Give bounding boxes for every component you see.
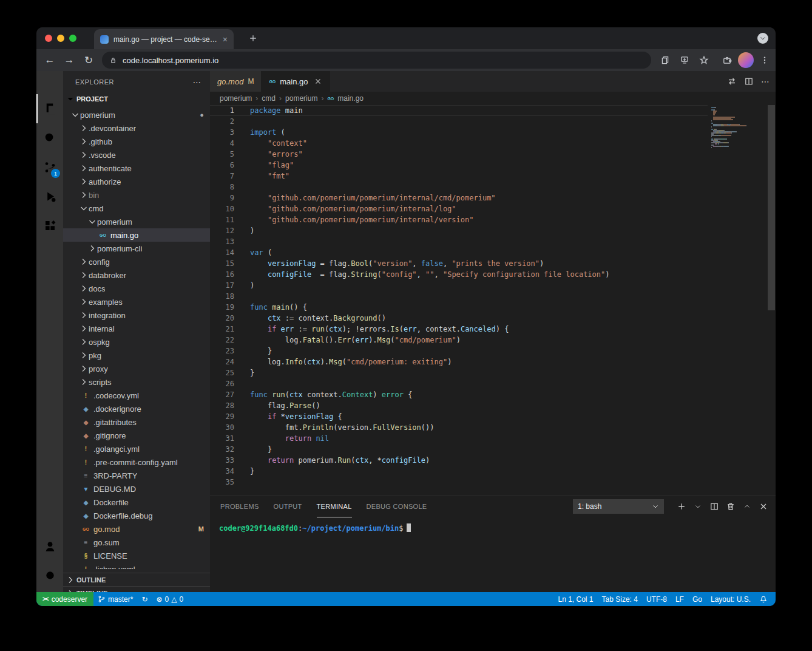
problems-indicator[interactable]: ⊗ 0 △ 0 [152, 592, 188, 606]
tree-item-pkg[interactable]: pkg [63, 349, 210, 362]
reload-button[interactable]: ↻ [80, 52, 97, 69]
close-window-button[interactable] [45, 35, 52, 42]
search-icon[interactable] [36, 123, 63, 152]
code-line-19[interactable]: 19func main() { [210, 302, 708, 313]
sync-button[interactable]: ↻ [137, 592, 152, 606]
code-line-8[interactable]: 8 [210, 182, 708, 193]
status-tab-size[interactable]: Tab Size: 4 [598, 592, 642, 606]
tab-go-mod[interactable]: go.mod M [210, 71, 262, 92]
code-line-18[interactable]: 18 [210, 291, 708, 302]
tree-item-.gitignore[interactable]: ◆.gitignore [63, 429, 210, 442]
tree-item-integration[interactable]: integration [63, 308, 210, 322]
code-line-32[interactable]: 32 } [210, 444, 708, 455]
status-eol[interactable]: LF [671, 592, 688, 606]
browser-menu-icon[interactable] [756, 52, 773, 69]
tree-item-ospkg[interactable]: ospkg [63, 335, 210, 349]
new-terminal-icon[interactable] [675, 500, 688, 513]
code-line-31[interactable]: 31 return nil [210, 433, 708, 444]
new-tab-button[interactable] [245, 30, 261, 46]
close-panel-icon[interactable] [757, 500, 770, 513]
tree-item-.github[interactable]: .github [63, 135, 210, 148]
code-line-12[interactable]: 12) [210, 225, 708, 236]
code-line-7[interactable]: 7 "fmt" [210, 171, 708, 182]
code-line-23[interactable]: 23 } [210, 346, 708, 356]
address-bar[interactable]: code.localhost.pomerium.io [102, 52, 651, 69]
code-line-28[interactable]: 28 flag.Parse() [210, 400, 708, 411]
panel-tab-terminal[interactable]: TERMINAL [317, 496, 352, 517]
scrollbar-thumb[interactable] [768, 105, 775, 310]
tree-item-pomerium[interactable]: pomerium● [63, 108, 210, 121]
code-line-3[interactable]: 3import ( [210, 127, 708, 138]
code-line-34[interactable]: 34} [210, 466, 708, 477]
code-line-2[interactable]: 2 [210, 116, 708, 127]
status-keyboard-layout[interactable]: Layout: U.S. [706, 592, 755, 606]
breadcrumb-item-pomerium[interactable]: pomerium [285, 94, 317, 103]
tree-item-go.sum[interactable]: ≡go.sum [63, 536, 210, 549]
install-app-icon[interactable] [676, 52, 693, 69]
git-branch-item[interactable]: master* [93, 592, 137, 606]
code-line-35[interactable]: 35 [210, 477, 708, 488]
account-icon[interactable] [36, 531, 63, 561]
copy-link-icon[interactable] [657, 52, 674, 69]
tab-search-button[interactable] [757, 33, 768, 44]
code-line-29[interactable]: 29 if *versionFlag { [210, 411, 708, 422]
code-line-1[interactable]: 1package main [210, 105, 708, 116]
tree-item-.dockerignore[interactable]: ◈.dockerignore [63, 402, 210, 415]
code-line-15[interactable]: 15 versionFlag = flag.Bool("version", fa… [210, 258, 708, 269]
panel-tab-problems[interactable]: PROBLEMS [220, 496, 259, 517]
code-line-27[interactable]: 27func run(ctx context.Context) error { [210, 389, 708, 400]
code-line-10[interactable]: 10 "github.com/pomerium/pomerium/interna… [210, 203, 708, 214]
kill-terminal-icon[interactable] [725, 500, 737, 513]
tree-item-Dockerfile.debug[interactable]: ◈Dockerfile.debug [63, 509, 210, 522]
menu-icon[interactable] [36, 71, 63, 94]
code-line-24[interactable]: 24 log.Info(ctx).Msg("cmd/pomerium: exit… [210, 356, 708, 367]
code-line-6[interactable]: 6 "flag" [210, 160, 708, 171]
close-tab-icon[interactable]: × [223, 35, 228, 44]
tree-item-.pre-commit-config.yaml[interactable]: !.pre-commit-config.yaml [63, 455, 210, 469]
minimize-window-button[interactable] [57, 35, 64, 42]
tree-item-authenticate[interactable]: authenticate [63, 162, 210, 175]
code-line-5[interactable]: 5 "errors" [210, 149, 708, 160]
tree-item-scripts[interactable]: scripts [63, 375, 210, 389]
tree-item-docs[interactable]: docs [63, 282, 210, 295]
tree-item-.devcontainer[interactable]: .devcontainer [63, 121, 210, 135]
explorer-more-actions-icon[interactable]: ⋯ [193, 77, 202, 87]
code-editor[interactable]: 1package main23import (4 "context"5 "err… [210, 105, 776, 495]
settings-gear-icon[interactable] [36, 561, 63, 590]
tree-item-pomerium-cli[interactable]: pomerium-cli [63, 242, 210, 255]
close-tab-icon[interactable] [314, 77, 322, 86]
tree-item-.gitattributes[interactable]: ◆.gitattributes [63, 415, 210, 429]
status-line-col[interactable]: Ln 1, Col 1 [554, 592, 598, 606]
tree-item-.codecov.yml[interactable]: !.codecov.yml [63, 389, 210, 402]
terminal[interactable]: coder@929f14a68fd0:~/project/pomerium/bi… [210, 517, 776, 593]
terminal-dropdown-icon[interactable] [692, 500, 704, 513]
maximize-panel-icon[interactable] [741, 500, 753, 513]
tree-item-databroker[interactable]: databroker [63, 268, 210, 282]
code-line-30[interactable]: 30 fmt.Println(version.FullVersion()) [210, 422, 708, 433]
tree-item-internal[interactable]: internal [63, 322, 210, 335]
back-button[interactable]: ← [41, 52, 58, 69]
code-line-4[interactable]: 4 "context" [210, 138, 708, 149]
terminal-shell-select[interactable]: 1: bash [573, 499, 664, 514]
status-encoding[interactable]: UTF-8 [642, 592, 671, 606]
minimap[interactable] [711, 107, 766, 149]
editor-more-actions-icon[interactable]: ⋯ [761, 77, 770, 86]
tree-item-examples[interactable]: examples [63, 295, 210, 308]
tree-item-proxy[interactable]: proxy [63, 362, 210, 375]
code-line-26[interactable]: 26 [210, 378, 708, 389]
notifications-bell[interactable] [755, 592, 772, 606]
tree-item-.vscode[interactable]: .vscode [63, 148, 210, 162]
open-changes-icon[interactable] [727, 77, 737, 86]
panel-tab-debug-console[interactable]: DEBUG CONSOLE [367, 496, 427, 517]
tree-item-pomerium[interactable]: pomerium [63, 215, 210, 228]
tree-item-bin[interactable]: bin [63, 188, 210, 202]
extensions-icon[interactable] [36, 211, 63, 240]
profile-avatar[interactable] [738, 52, 754, 68]
tree-item-3RD-PARTY[interactable]: ≡3RD-PARTY [63, 469, 210, 482]
code-line-16[interactable]: 16 configFile = flag.String("config", ""… [210, 269, 708, 280]
code-line-14[interactable]: 14var ( [210, 247, 708, 258]
tree-item-authorize[interactable]: authorize [63, 175, 210, 188]
code-line-9[interactable]: 9 "github.com/pomerium/pomerium/internal… [210, 193, 708, 203]
split-terminal-icon[interactable] [708, 500, 720, 513]
section-timeline[interactable]: TIMELINE [63, 586, 210, 592]
